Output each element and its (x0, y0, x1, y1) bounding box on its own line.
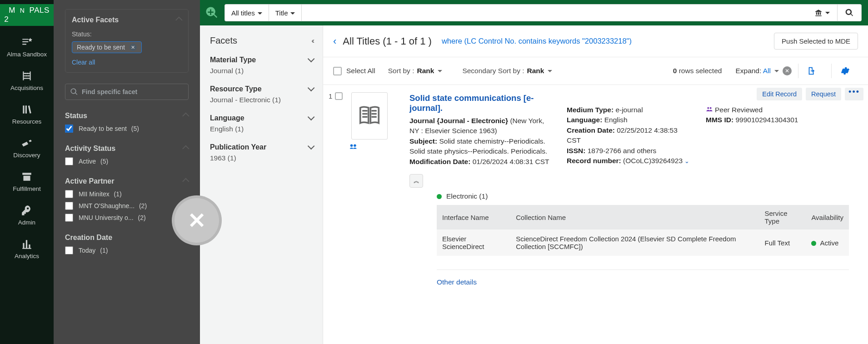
remove-facet-icon[interactable]: ✕ (130, 44, 137, 51)
svg-point-0 (25, 73, 26, 74)
facet-row[interactable]: MNU University o... (2) (65, 214, 189, 222)
request-button[interactable]: Request (806, 88, 841, 100)
search-icon (845, 8, 854, 17)
facet-publication-year: Publication Year 1963 (1) (210, 143, 313, 162)
caret-down-icon (825, 9, 830, 16)
facet-row[interactable]: Today (1) (65, 246, 189, 254)
nav-resources[interactable]: Resources (0, 97, 54, 130)
peer-reviewed-badge: Peer Reviewed (706, 105, 801, 115)
clear-expand-icon[interactable]: ✕ (783, 66, 792, 75)
nav-alma-sandbox[interactable]: Alma Sandbox (0, 30, 54, 63)
search-field-dropdown[interactable]: Title (269, 5, 302, 21)
chevron-down-icon (308, 143, 313, 151)
active-facet-chip[interactable]: Ready to be sent ✕ (72, 41, 142, 53)
chevron-down-icon (308, 85, 313, 93)
books-icon (20, 104, 33, 115)
star-list-icon (20, 36, 33, 48)
facet-option[interactable]: Journal (1) (210, 67, 313, 75)
results-header: ‹ All Titles (1 - 1 of 1 ) where (LC Con… (323, 25, 868, 57)
task-panel-overlay: Active Facets Status: Ready to be sent ✕… (54, 0, 200, 344)
bar-chart-icon (20, 238, 33, 250)
rows-selected: 0 rows selected (673, 67, 722, 75)
facet-creation-date: Creation Date Today (1) (65, 234, 189, 254)
results-pane: ‹ All Titles (1 - 1 of 1 ) where (LC Con… (323, 25, 868, 344)
checkbox[interactable] (65, 214, 73, 222)
collapse-holdings-button[interactable]: ︽ (409, 174, 423, 188)
select-all-checkbox[interactable] (333, 67, 342, 75)
edit-record-button[interactable]: Edit Record (757, 88, 802, 100)
more-actions-button[interactable]: ••• (845, 88, 863, 100)
related-records-icon[interactable] (349, 143, 359, 151)
search-input[interactable] (302, 4, 807, 21)
chevron-down-icon (308, 114, 313, 122)
persistent-search-icon[interactable] (204, 5, 220, 21)
settings-button[interactable] (831, 64, 858, 78)
svg-point-2 (26, 75, 27, 77)
nav-analytics[interactable]: Analytics (0, 231, 54, 265)
other-details-link[interactable]: Other details (437, 269, 849, 286)
results-toolbar: Select All Sort by : Rank Secondary Sort… (323, 57, 868, 85)
checkbox[interactable] (65, 125, 73, 133)
result-record: 1 Edit Record Request ••• Solid state co… (323, 85, 868, 300)
push-to-mde-button[interactable]: Push Selected to MDE (774, 33, 858, 50)
record-checkbox[interactable] (335, 92, 343, 100)
search-submit-button[interactable] (838, 4, 862, 21)
find-facet-input[interactable]: Find specific facet (65, 84, 189, 100)
nav-acquisitions[interactable]: Acquisitions (0, 63, 54, 97)
expand-dropdown[interactable]: Expand: All (735, 67, 779, 75)
search-in-dropdown[interactable] (807, 4, 838, 21)
archive-icon (20, 171, 33, 183)
status-dot-icon (437, 194, 442, 199)
table-row[interactable]: Elsevier ScienceDirect ScienceDirect Fre… (437, 229, 849, 256)
facet-row[interactable]: Active (5) (65, 157, 189, 165)
book-icon (357, 104, 382, 128)
chevron-up-icon[interactable] (184, 112, 189, 120)
chevron-up-icon[interactable] (184, 145, 189, 153)
chevron-up-icon[interactable] (184, 177, 189, 185)
telescope-icon (20, 137, 33, 149)
active-facets-title: Active Facets (72, 16, 119, 24)
facet-option[interactable]: 1963 (1) (210, 154, 313, 162)
record-actions: Edit Record Request ••• (757, 88, 863, 100)
svg-point-4 (350, 144, 353, 147)
back-button[interactable]: ‹ (333, 35, 336, 47)
left-nav: MNPALS 2 Alma Sandbox Acquisitions Resou… (0, 0, 54, 344)
checkbox[interactable] (65, 157, 73, 165)
facet-row[interactable]: MII Minitex (1) (65, 190, 189, 198)
secondary-sort-dropdown[interactable]: Rank (527, 67, 553, 75)
key-icon (20, 204, 33, 216)
record-index: 1 (329, 92, 343, 100)
results-query[interactable]: where (LC Control No. contains keywords … (442, 37, 774, 45)
svg-point-5 (354, 144, 356, 147)
search-icon (70, 88, 78, 96)
results-heading: All Titles (1 - 1 of 1 ) (343, 35, 432, 47)
facet-material-type: Material Type Journal (1) (210, 56, 313, 75)
facets-title: Facets (210, 35, 237, 46)
nav-admin[interactable]: Admin (0, 198, 54, 231)
nav-discovery[interactable]: Discovery (0, 130, 54, 164)
institution-icon (814, 9, 823, 17)
chevron-up-icon[interactable] (177, 16, 182, 24)
export-button[interactable] (798, 64, 825, 78)
nav-fulfillment[interactable]: Fulfillment (0, 164, 54, 198)
facet-option[interactable]: Journal - Electronic (1) (210, 96, 313, 104)
facet-row[interactable]: MNT O'Shaughne... (2) (65, 202, 189, 210)
electronic-availability[interactable]: Electronic (1) (437, 192, 858, 200)
collapse-facets-icon[interactable]: ‹‹ (311, 37, 313, 45)
record-title[interactable]: Solid state communications [e-journal]. (409, 93, 550, 113)
active-facets-box: Active Facets Status: Ready to be sent ✕… (65, 9, 189, 73)
expand-identifiers-icon[interactable]: ⌄ (684, 158, 689, 165)
search-scope-dropdown[interactable]: All titles (225, 5, 269, 21)
search-bar: All titles Title (200, 0, 868, 25)
clear-all-facets[interactable]: Clear all (72, 59, 95, 66)
facet-row[interactable]: Ready to be sent (5) (65, 125, 189, 133)
chevron-down-icon (308, 56, 313, 64)
checkbox[interactable] (65, 246, 73, 254)
active-facet-status-label: Status: (72, 30, 182, 38)
caret-down-icon (290, 9, 295, 17)
checkbox[interactable] (65, 202, 73, 210)
checkbox[interactable] (65, 190, 73, 198)
close-panel-button[interactable]: ✕ (172, 195, 222, 245)
sort-by-dropdown[interactable]: Rank (417, 67, 442, 75)
facet-option[interactable]: English (1) (210, 125, 313, 133)
